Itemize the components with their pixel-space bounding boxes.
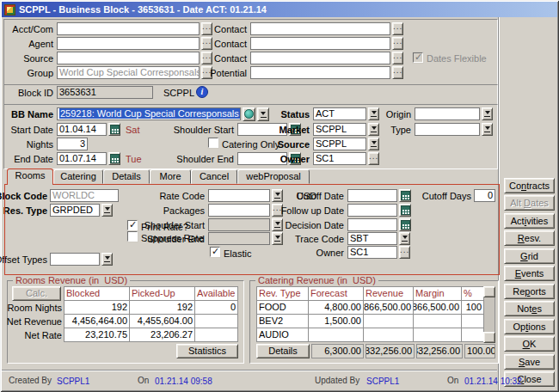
catering-only-checkbox[interactable] [208, 138, 218, 148]
tab-catering[interactable]: Catering [53, 169, 103, 184]
potential-lookup-button[interactable] [392, 66, 403, 79]
catering-col-pct: % [461, 286, 484, 301]
catering-row2-revenue [363, 314, 414, 328]
agent-field[interactable] [57, 37, 200, 50]
catering-row3-forecast [308, 328, 364, 342]
contact1-field[interactable] [250, 22, 390, 35]
tab-details[interactable]: Details [103, 169, 150, 184]
start-date-calendar-button[interactable] [108, 123, 120, 136]
catering-total-pct: 100.00 [464, 344, 495, 358]
title-bar: SCPPL - Business Block - 3653631 - Date … [2, 2, 557, 17]
type-dropdown-button[interactable] [482, 123, 493, 136]
catering-col-forecast: Forecast [308, 286, 364, 301]
tab-rooms[interactable]: Rooms [7, 168, 53, 185]
catering-row2-forecast: 1,500.00 [308, 314, 364, 328]
contact3-lookup-button[interactable] [392, 52, 403, 64]
source-lookup-button[interactable] [201, 52, 212, 64]
details-button[interactable]: Details [256, 344, 310, 358]
language-globe-button[interactable] [243, 107, 255, 121]
bb-name-field[interactable]: 259218: World Cup Special Corresponsals [57, 107, 241, 120]
tab-more[interactable]: More [150, 169, 191, 184]
bb-name-dropdown-button[interactable] [257, 107, 269, 121]
start-date-field[interactable]: 01.04.14 [57, 123, 107, 136]
origin-dropdown-button[interactable] [482, 107, 493, 120]
side-button-grid[interactable]: Grid [504, 248, 555, 264]
catering-row3-margin [413, 328, 462, 342]
calendar-icon [110, 125, 120, 134]
start-date-weekday: Sat [126, 125, 140, 135]
contact2-lookup-button[interactable] [392, 37, 403, 50]
owner-lookup-button[interactable] [368, 152, 379, 165]
acct-com-lookup-button[interactable] [201, 22, 212, 35]
catering-total-forecast: 6,300.00 [311, 344, 364, 358]
side-button-ok[interactable]: OK [504, 336, 555, 352]
side-button-events[interactable]: Events [504, 266, 555, 281]
arrow-up-icon [487, 286, 492, 297]
scroll-down-button[interactable] [483, 332, 495, 343]
origin-field[interactable] [415, 107, 480, 120]
dates-flexible-checkbox[interactable] [413, 52, 423, 63]
type-field[interactable] [415, 123, 480, 136]
group-label: Group [27, 68, 53, 78]
acct-com-field[interactable] [57, 22, 200, 35]
market-dropdown-button[interactable] [368, 123, 379, 136]
end-date-field[interactable]: 01.07.14 [57, 152, 107, 165]
app-icon [4, 4, 15, 15]
contact3-field[interactable] [250, 52, 390, 64]
source-field[interactable] [57, 52, 200, 64]
status-label: Status [280, 109, 310, 119]
updated-on-label: On [447, 376, 458, 385]
catering-row3-type[interactable]: AUDIO [256, 328, 309, 342]
potential-field[interactable] [250, 66, 390, 79]
side-button-options[interactable]: Options [504, 319, 555, 334]
catering-row1-pct: 100 [461, 300, 484, 315]
owner-field[interactable]: SC1 [313, 152, 366, 165]
source2-field[interactable]: SCPPL [313, 138, 366, 150]
created-on-label: On [138, 376, 149, 385]
status-field[interactable]: ACT [313, 107, 366, 120]
bb-name-label: BB Name [11, 109, 53, 119]
agent-lookup-button[interactable] [201, 37, 212, 50]
status-dropdown-button[interactable] [368, 107, 379, 120]
nights-field[interactable]: 3 [57, 138, 88, 150]
room-nights-picked: 192 [129, 300, 195, 315]
rooms-revenue-col-picked: Picked-Up [129, 286, 195, 301]
catering-col-type: Rev. Type [256, 286, 309, 301]
side-button-activities[interactable]: Activities [504, 213, 555, 229]
side-button-contracts[interactable]: Contracts [504, 178, 555, 193]
window-title: SCPPL - Business Block - 3653631 - Date … [19, 4, 267, 15]
side-button-save[interactable]: Save [504, 354, 555, 370]
rooms-tab-content [4, 184, 500, 275]
catering-row2-type[interactable]: BEV2 [256, 314, 309, 328]
group-field[interactable]: World Cup Special Corresponsals [57, 66, 200, 79]
statistics-button[interactable]: Statistics [176, 344, 238, 358]
contact2-field[interactable] [250, 37, 390, 50]
catering-only-label: Catering Only [222, 139, 280, 150]
net-rate-available [194, 328, 238, 342]
tab-webproposal[interactable]: webProposal [237, 169, 310, 184]
catering-row1-margin: 3,866,500.00 [413, 300, 462, 315]
scroll-up-button[interactable] [483, 286, 495, 297]
catering-row1-type[interactable]: FOOD [256, 300, 309, 315]
rooms-revenue-title: Rooms Revenue (in USD) [13, 275, 130, 285]
side-button-notes[interactable]: Notes [504, 301, 555, 316]
net-revenue-label: Net Revenue [7, 316, 62, 327]
room-nights-blocked: 192 [64, 300, 130, 315]
info-icon[interactable] [196, 86, 208, 98]
globe-icon [244, 109, 254, 119]
updated-by-value: SCPPL1 [366, 377, 399, 386]
tab-cancel[interactable]: Cancel [191, 169, 237, 184]
contact1-label: Contact [214, 24, 247, 34]
market-field[interactable]: SCPPL [313, 123, 366, 136]
room-nights-available: 0 [194, 300, 238, 315]
side-button-reports[interactable]: Reports [504, 284, 555, 299]
calendar-icon [110, 154, 120, 163]
origin-label: Origin [386, 109, 411, 119]
side-button-resv[interactable]: Resv. [504, 230, 555, 246]
shoulder-start-label: Shoulder Start [174, 125, 234, 135]
source2-dropdown-button[interactable] [368, 138, 379, 150]
created-by-label: Created By [9, 376, 52, 385]
end-date-calendar-button[interactable] [108, 152, 120, 165]
type-label: Type [390, 125, 411, 135]
contact1-lookup-button[interactable] [392, 22, 403, 35]
